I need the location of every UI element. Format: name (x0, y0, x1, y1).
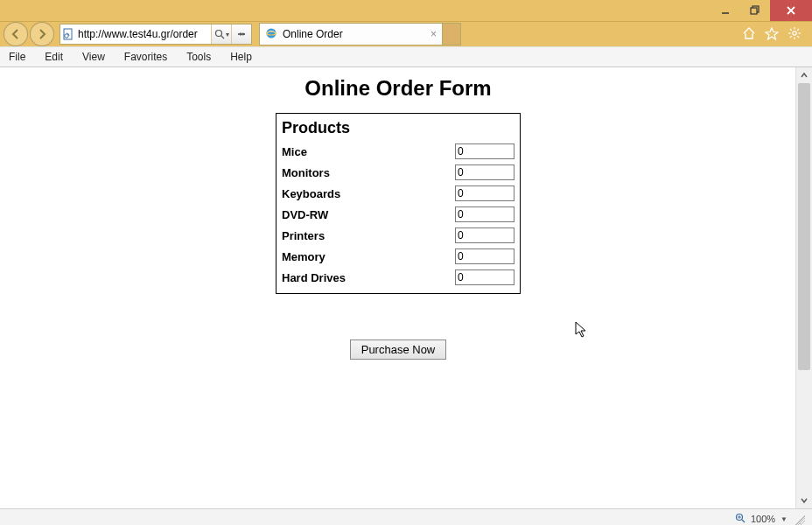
new-tab-button[interactable] (443, 23, 461, 46)
product-qty-input[interactable] (455, 228, 514, 243)
menu-help[interactable]: Help (227, 49, 256, 65)
refresh-button[interactable] (231, 24, 251, 44)
back-button[interactable] (4, 22, 28, 46)
product-qty-input[interactable] (455, 186, 514, 201)
menu-bar: File Edit View Favorites Tools Help (0, 46, 812, 67)
product-label: Keyboards (282, 183, 450, 204)
svg-line-22 (742, 520, 745, 522)
menu-tools[interactable]: Tools (183, 49, 214, 65)
tab-strip: Online Order × (259, 23, 461, 46)
svg-line-8 (221, 36, 224, 38)
svg-line-20 (797, 29, 799, 31)
product-row: Keyboards (282, 183, 514, 204)
window-titlebar (0, 0, 812, 22)
window-close-button[interactable] (770, 0, 812, 21)
svg-line-18 (797, 36, 799, 38)
product-label: Mice (282, 141, 450, 162)
home-icon[interactable] (742, 26, 756, 43)
product-label: Memory (282, 246, 450, 267)
svg-rect-2 (751, 8, 757, 14)
menu-edit[interactable]: Edit (41, 49, 66, 65)
product-label: Monitors (282, 162, 450, 183)
scroll-up-button[interactable] (796, 67, 812, 83)
purchase-button[interactable]: Purchase Now (350, 340, 447, 360)
search-button[interactable]: ▾ (211, 24, 231, 44)
product-row: Memory (282, 246, 514, 267)
products-heading: Products (282, 119, 514, 137)
menu-view[interactable]: View (79, 49, 108, 65)
favorites-icon[interactable] (765, 26, 779, 43)
products-fieldset: Products Mice Monitors Keyboards (276, 113, 521, 294)
page-title: Online Order Form (0, 76, 796, 101)
product-qty-input[interactable] (455, 164, 514, 180)
product-label: DVD-RW (282, 204, 450, 225)
svg-point-7 (215, 31, 221, 37)
product-row: Monitors (282, 162, 514, 183)
tab-close-button[interactable]: × (430, 28, 437, 40)
tab-title: Online Order (283, 28, 343, 40)
browser-tab[interactable]: Online Order × (259, 23, 443, 46)
svg-point-10 (267, 28, 276, 38)
ie-icon (265, 27, 277, 42)
page-content: Online Order Form Products Mice Monitors… (0, 67, 796, 508)
product-label: Printers (282, 225, 450, 246)
navbar-right-icons (742, 26, 808, 43)
url-input[interactable] (76, 25, 211, 43)
zoom-level[interactable]: 100% (751, 514, 775, 524)
page-icon (60, 28, 76, 40)
resize-grip[interactable] (793, 513, 805, 525)
zoom-icon[interactable] (735, 513, 746, 525)
address-bar: ▾ (60, 24, 252, 45)
product-row: Mice (282, 141, 514, 162)
product-row: Hard Drives (282, 267, 514, 288)
settings-icon[interactable] (788, 26, 802, 43)
svg-point-12 (793, 31, 796, 34)
browser-navbar: ▾ Online Order × (0, 22, 812, 46)
scroll-track[interactable] (796, 83, 812, 493)
menu-favorites[interactable]: Favorites (121, 49, 171, 65)
vertical-scrollbar[interactable] (795, 67, 812, 508)
products-table: Mice Monitors Keyboards DVD-RW (282, 141, 514, 288)
zoom-dropdown[interactable]: ▼ (780, 515, 788, 523)
browser-viewport: Online Order Form Products Mice Monitors… (0, 67, 812, 508)
svg-marker-9 (243, 32, 246, 36)
svg-line-19 (790, 36, 792, 38)
product-row: Printers (282, 225, 514, 246)
product-qty-input[interactable] (455, 270, 514, 285)
svg-line-17 (790, 29, 792, 31)
product-row: DVD-RW (282, 204, 514, 225)
forward-button[interactable] (30, 22, 54, 46)
scroll-thumb[interactable] (798, 83, 810, 370)
status-bar: 100% ▼ (0, 508, 812, 525)
product-qty-input[interactable] (455, 248, 514, 264)
window-restore-button[interactable] (740, 0, 770, 21)
product-qty-input[interactable] (455, 206, 514, 222)
product-label: Hard Drives (282, 267, 450, 288)
scroll-down-button[interactable] (796, 493, 812, 508)
menu-file[interactable]: File (5, 49, 29, 65)
window-minimize-button[interactable] (710, 0, 740, 21)
product-qty-input[interactable] (455, 144, 514, 159)
